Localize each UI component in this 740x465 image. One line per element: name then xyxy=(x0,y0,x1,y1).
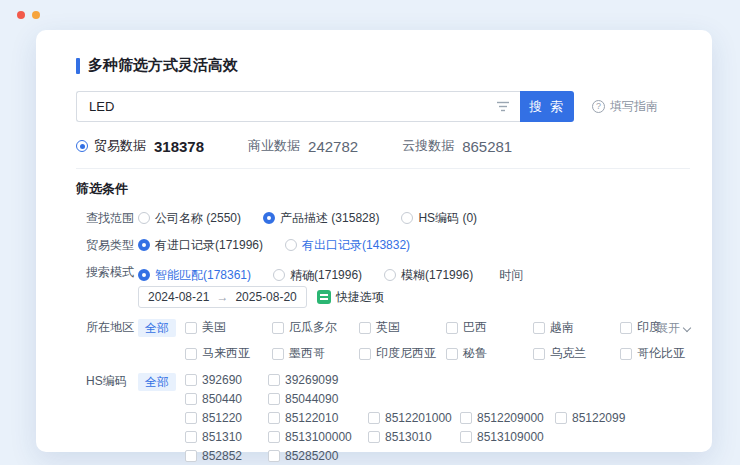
radio-product-description[interactable]: 产品描述 (315828) xyxy=(263,210,379,226)
radio-icon xyxy=(384,269,396,281)
hs-checkbox[interactable]: 392690 xyxy=(185,373,268,387)
search-button[interactable]: 搜 索 xyxy=(520,91,574,122)
checkbox-label: 乌克兰 xyxy=(550,345,586,362)
radio-label: 智能匹配(178361) xyxy=(155,267,251,283)
radio-label: 模糊(171996) xyxy=(401,267,473,283)
expand-label: 展开 xyxy=(656,320,680,337)
radio-icon xyxy=(401,212,413,224)
region-checkbox[interactable]: 哥伦比亚 xyxy=(620,345,707,362)
filter-section-title: 筛选条件 xyxy=(76,180,690,198)
quick-options-button[interactable]: 快捷选项 xyxy=(317,286,384,308)
filter-label: 查找范围 xyxy=(86,210,134,226)
radio-fuzzy-match[interactable]: 模糊(171996) xyxy=(384,267,473,283)
region-checkbox[interactable]: 美国 xyxy=(185,319,272,336)
hs-checkbox-grid: 392690 39269099 850440 85044090 851220 8… xyxy=(185,373,645,465)
checkbox-icon xyxy=(268,431,280,443)
radio-smart-match[interactable]: 智能匹配(178361) xyxy=(138,267,251,283)
tab-label: 云搜数据 xyxy=(402,137,454,155)
checkbox-label: 8513109000 xyxy=(477,430,544,444)
region-checkbox[interactable]: 乌克兰 xyxy=(533,345,620,362)
radio-hs-code[interactable]: HS编码 (0) xyxy=(401,210,477,226)
chevron-down-icon xyxy=(683,323,691,331)
radio-label: 产品描述 (315828) xyxy=(280,210,379,226)
hs-checkbox[interactable]: 851310 xyxy=(185,430,268,444)
tab-count: 865281 xyxy=(462,138,512,155)
radio-exact-match[interactable]: 精确(171996) xyxy=(273,267,362,283)
filter-label: 搜索模式 xyxy=(86,264,134,280)
checkbox-icon xyxy=(185,431,197,443)
checkbox-icon xyxy=(185,393,197,405)
checkbox-label: 85044090 xyxy=(285,392,338,406)
hs-checkbox[interactable]: 850440 xyxy=(185,392,268,406)
region-checkbox[interactable]: 马来西亚 xyxy=(185,345,272,362)
filter-row-search-mode: 搜索模式 智能匹配(178361) 精确(171996) 模糊(171996) … xyxy=(86,264,690,308)
region-checkbox[interactable]: 巴西 xyxy=(446,319,533,336)
hs-checkbox[interactable]: 8513010 xyxy=(368,430,460,444)
checkbox-icon xyxy=(268,412,280,424)
fill-guide-link[interactable]: 填写指南 xyxy=(592,98,658,115)
tab-business-data[interactable]: 商业数据 242782 xyxy=(248,137,358,155)
checkbox-label: 8512209000 xyxy=(477,411,544,425)
radio-label: HS编码 (0) xyxy=(418,210,477,226)
checkbox-label: 392690 xyxy=(202,373,242,387)
region-checkbox[interactable]: 秘鲁 xyxy=(446,345,533,362)
checkbox-label: 850440 xyxy=(202,392,242,406)
region-checkbox[interactable]: 越南 xyxy=(533,319,620,336)
search-row: 搜 索 填写指南 xyxy=(76,91,690,122)
radio-import-records[interactable]: 有进口记录(171996) xyxy=(138,237,263,253)
checkbox-icon xyxy=(359,322,371,334)
expand-link[interactable]: 展开 xyxy=(656,320,690,337)
filter-label: 贸易类型 xyxy=(86,237,134,253)
search-input[interactable] xyxy=(76,91,520,122)
window-minimize-dot[interactable] xyxy=(32,11,40,19)
radio-label: 公司名称 (2550) xyxy=(155,210,241,226)
hs-checkbox[interactable]: 8513100000 xyxy=(268,430,368,444)
hs-checkbox[interactable]: 852852 xyxy=(185,449,268,463)
radio-icon xyxy=(285,239,297,251)
radio-company-name[interactable]: 公司名称 (2550) xyxy=(138,210,241,226)
hs-checkbox[interactable]: 85044090 xyxy=(268,392,368,406)
window-close-dot[interactable] xyxy=(17,11,25,19)
checkbox-label: 英国 xyxy=(376,319,400,336)
checkbox-label: 马来西亚 xyxy=(202,345,250,362)
checkbox-icon xyxy=(268,393,280,405)
checkbox-label: 85122099 xyxy=(572,411,625,425)
checkbox-label: 39269099 xyxy=(285,373,338,387)
region-checkbox[interactable]: 墨西哥 xyxy=(272,345,359,362)
hs-checkbox[interactable]: 8512209000 xyxy=(460,411,555,425)
tab-trade-data[interactable]: 贸易数据 318378 xyxy=(76,137,204,155)
title-accent-bar xyxy=(76,58,80,74)
region-all-tag[interactable]: 全部 xyxy=(138,319,176,337)
checkbox-icon xyxy=(359,348,371,360)
filter-label: 所在地区 xyxy=(86,319,134,335)
checkbox-label: 越南 xyxy=(550,319,574,336)
hs-checkbox[interactable]: 85122099 xyxy=(555,411,645,425)
date-range-picker[interactable]: 2024-08-21 → 2025-08-20 xyxy=(138,286,307,308)
hs-checkbox[interactable]: 39269099 xyxy=(268,373,368,387)
hs-checkbox[interactable]: 851220 xyxy=(185,411,268,425)
hs-checkbox[interactable]: 85122010 xyxy=(268,411,368,425)
radio-label: 有出口记录(143832) xyxy=(302,237,410,253)
radio-export-records[interactable]: 有出口记录(143832) xyxy=(285,237,410,253)
radio-label: 有进口记录(171996) xyxy=(155,237,263,253)
divider xyxy=(76,168,690,169)
hs-checkbox[interactable]: 8513109000 xyxy=(460,430,555,444)
checkbox-icon xyxy=(268,450,280,462)
tab-cloud-search-data[interactable]: 云搜数据 865281 xyxy=(402,137,512,155)
checkbox-icon xyxy=(185,450,197,462)
checkbox-icon xyxy=(460,431,472,443)
checkbox-icon xyxy=(272,348,284,360)
hs-checkbox[interactable]: 85285200 xyxy=(268,449,368,463)
region-checkbox[interactable]: 英国 xyxy=(359,319,446,336)
search-group: 搜 索 xyxy=(76,91,574,122)
filter-lines-icon[interactable] xyxy=(496,100,510,113)
filter-row-hs-code: HS编码 全部 392690 39269099 850440 85044090 … xyxy=(86,373,690,465)
hs-checkbox[interactable]: 8512201000 xyxy=(368,411,460,425)
checkbox-icon xyxy=(368,412,380,424)
checkbox-icon xyxy=(446,322,458,334)
hs-all-tag[interactable]: 全部 xyxy=(138,373,176,391)
region-checkbox[interactable]: 印度尼西亚 xyxy=(359,345,446,362)
region-checkbox[interactable]: 厄瓜多尔 xyxy=(272,319,359,336)
checkbox-icon xyxy=(460,412,472,424)
checkbox-icon xyxy=(446,348,458,360)
